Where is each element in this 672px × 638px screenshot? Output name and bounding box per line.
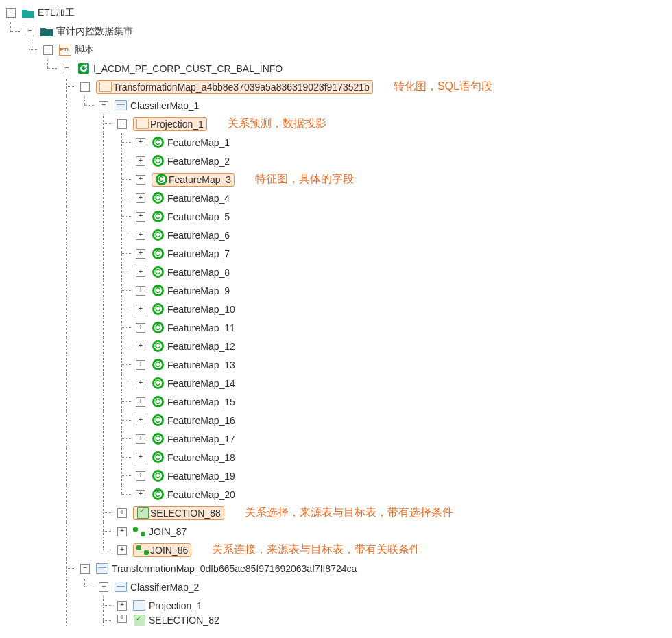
tree-node-selection[interactable]: + SELECTION_82 [3,615,672,626]
collapse-toggle[interactable]: − [80,564,90,574]
expand-toggle[interactable]: + [136,175,145,185]
node-label: FeatureMap_2 [165,155,232,167]
feature-c-icon: C [152,470,164,482]
collapse-toggle[interactable]: − [6,8,16,18]
tree-node-transformation-map[interactable]: − TransformationMap_a4bb8e37039a5a836319… [3,78,672,96]
expand-toggle[interactable]: + [136,193,145,203]
collapse-toggle[interactable]: − [25,27,34,36]
tree-node-feature-map[interactable]: +CFeatureMap_17 [3,429,672,448]
tree-node-feature-map[interactable]: +CFeatureMap_10 [3,300,672,318]
expand-toggle[interactable]: + [117,545,127,555]
node-label: FeatureMap_8 [165,266,232,279]
tree-node-script[interactable]: − ETL 脚本 [3,40,672,59]
collapse-toggle[interactable]: − [99,101,108,110]
expand-toggle[interactable]: + [136,156,145,166]
tree-node-feature-map[interactable]: +CFeatureMap_3特征图，具体的字段 [3,170,672,189]
tree-node-transformation-map[interactable]: − TransformationMap_0dfb665ae85f97169206… [3,559,672,578]
node-label: JOIN_86 [150,545,188,556]
tree-node-feature-map[interactable]: +CFeatureMap_19 [3,466,672,485]
tree-node-join[interactable]: + JOIN_87 [3,522,672,541]
tree-node-feature-map[interactable]: +CFeatureMap_14 [3,374,672,392]
tree-node-feature-map[interactable]: +CFeatureMap_8 [3,263,672,281]
expand-toggle[interactable]: + [136,305,145,314]
collapse-toggle[interactable]: − [117,119,127,129]
expand-toggle[interactable]: + [136,397,145,407]
feature-c-icon: C [152,137,164,149]
node-label: FeatureMap_13 [165,359,237,371]
expand-toggle[interactable]: + [136,286,145,296]
feature-c-icon: C [152,359,164,371]
tree-node-mart[interactable]: − 审计内控数据集市 [3,22,672,40]
etl-script-icon: ETL [59,44,71,56]
tree-node-classifier-map[interactable]: − ClassifierMap_2 [3,578,672,596]
tree-node-feature-map[interactable]: +CFeatureMap_11 [3,318,672,337]
tree-node-feature-map[interactable]: +CFeatureMap_1 [3,133,672,152]
tree-node-feature-map[interactable]: +CFeatureMap_18 [3,448,672,466]
tree-node-selection[interactable]: + SELECTION_88 关系选择，来源表与目标表，带有选择条件 [3,504,672,522]
node-label: ETL加工 [36,6,77,20]
tree-node-feature-map[interactable]: +CFeatureMap_12 [3,337,672,355]
tree-node-feature-map[interactable]: +CFeatureMap_9 [3,281,672,300]
tree-node-feature-map[interactable]: +CFeatureMap_2 [3,152,672,170]
tree-node-job[interactable]: − I_ACDM_PF_CORP_CUST_CR_BAL_INFO [3,59,672,78]
feature-c-icon: C [152,303,164,316]
annotation-text: 特征图，具体的字段 [255,172,354,187]
tree-node-feature-map[interactable]: +CFeatureMap_5 [3,207,672,226]
tree-node-classifier-map[interactable]: − ClassifierMap_1 [3,96,672,115]
expand-toggle[interactable]: + [136,249,145,259]
tree-node-projection[interactable]: + Projection_1 [3,596,672,615]
node-label: FeatureMap_5 [165,211,232,223]
expand-toggle[interactable]: + [136,323,145,333]
expand-toggle[interactable]: + [136,490,145,499]
folder-icon [40,25,53,38]
expand-toggle[interactable]: + [117,508,127,518]
node-label: FeatureMap_15 [165,396,237,408]
expand-toggle[interactable]: + [117,615,127,623]
expand-toggle[interactable]: + [136,379,145,388]
node-label: 审计内控数据集市 [54,25,135,38]
expand-toggle[interactable]: + [136,138,145,147]
expand-toggle[interactable]: + [136,471,145,481]
tree-node-feature-map[interactable]: +CFeatureMap_13 [3,355,672,374]
expand-toggle[interactable]: + [136,342,145,351]
feature-c-icon: C [152,248,164,260]
tree-node-feature-map[interactable]: +CFeatureMap_7 [3,244,672,263]
collapse-toggle[interactable]: − [99,582,108,592]
expand-toggle[interactable]: + [136,212,145,222]
node-label: FeatureMap_16 [165,414,237,427]
node-label: JOIN_87 [147,525,189,538]
expand-toggle[interactable]: + [117,601,127,611]
feature-c-icon: C [152,433,164,445]
expand-toggle[interactable]: + [136,434,145,444]
annotation-text: 关系预测，数据投影 [228,117,326,131]
tree-node-join[interactable]: + JOIN_86 关系连接，来源表与目标表，带有关联条件 [3,541,672,559]
tree-node-projection[interactable]: − Projection_1 关系预测，数据投影 [3,115,672,133]
expand-toggle[interactable]: + [136,268,145,277]
tree-node-feature-map[interactable]: +CFeatureMap_16 [3,411,672,429]
expand-toggle[interactable]: + [136,360,145,370]
tree-node-feature-map[interactable]: +CFeatureMap_4 [3,189,672,207]
node-label: FeatureMap_14 [165,377,237,390]
tree-node-feature-map[interactable]: +CFeatureMap_20 [3,485,672,504]
node-label: FeatureMap_19 [165,470,237,482]
expand-toggle[interactable]: + [136,453,145,462]
tree-node-root[interactable]: − ETL加工 [3,3,672,22]
node-label: FeatureMap_4 [165,192,232,204]
collapse-toggle[interactable]: − [80,82,90,92]
feature-c-icon: C [152,322,164,334]
feature-c-icon: C [152,414,164,427]
tree-node-feature-map[interactable]: +CFeatureMap_6 [3,226,672,244]
expand-toggle[interactable]: + [136,416,145,425]
feature-c-icon: C [152,488,164,501]
collapse-toggle[interactable]: − [62,64,71,73]
feature-c-icon: C [152,451,164,464]
collapse-toggle[interactable]: − [43,45,53,55]
node-label: SELECTION_88 [150,508,221,519]
node-label: FeatureMap_6 [165,229,232,241]
expand-toggle[interactable]: + [117,527,127,536]
folder-icon [22,7,34,19]
tree-node-feature-map[interactable]: +CFeatureMap_15 [3,392,672,411]
tree-view: − ETL加工 − 审计内控数据集市 − ETL 脚本 − I_ACDM_PF_… [3,3,672,626]
expand-toggle[interactable]: + [136,231,145,240]
node-label: SELECTION_82 [147,615,221,626]
